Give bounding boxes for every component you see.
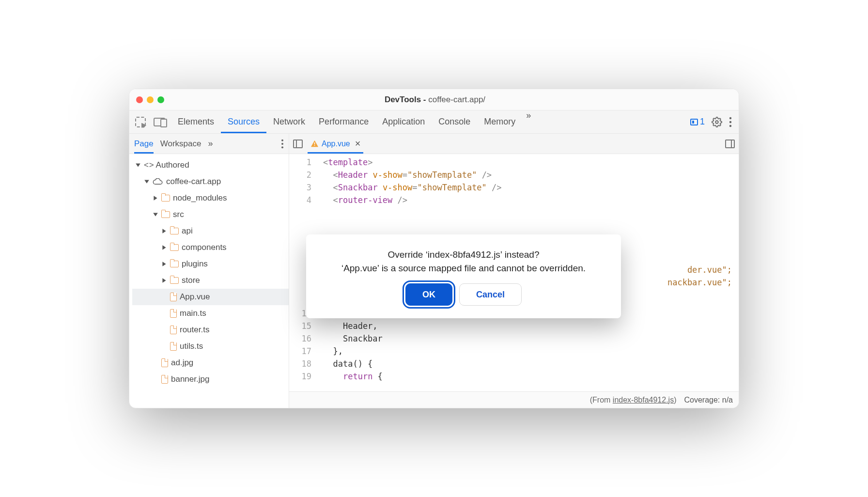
more-tabs-button[interactable]: » <box>522 110 535 133</box>
editor-tabbar: App.vue × <box>289 134 739 154</box>
svg-point-2 <box>729 121 731 123</box>
title-prefix: DevTools - <box>385 95 428 104</box>
expand-icon[interactable] <box>153 212 158 217</box>
sourcemap-origin-link[interactable]: index-8bfa4912.js <box>613 396 674 404</box>
svg-point-0 <box>715 121 718 124</box>
tree-folder[interactable]: node_modules <box>132 190 289 206</box>
tab-sources[interactable]: Sources <box>221 110 266 133</box>
panel-tabs: Elements Sources Network Performance App… <box>171 110 535 133</box>
code-fragment: nackbar.vue"; <box>667 276 732 289</box>
editor-tab-label: App.vue <box>322 140 350 148</box>
tab-console[interactable]: Console <box>432 110 477 133</box>
device-toolbar-icon[interactable] <box>154 118 165 126</box>
folder-icon <box>161 211 170 218</box>
tree-folder[interactable]: components <box>132 239 289 256</box>
inspect-element-icon[interactable] <box>135 117 146 127</box>
warning-icon <box>310 140 319 147</box>
tree-folder[interactable]: api <box>132 223 289 239</box>
close-tab-icon[interactable]: × <box>355 138 361 149</box>
dialog-message: Override ‘index-8bfa4912.js’ instead? ‘A… <box>321 248 606 275</box>
code-fragment: der.vue"; <box>687 264 732 276</box>
window-title: DevTools - coffee-cart.app/ <box>164 95 706 105</box>
devtools-window: DevTools - coffee-cart.app/ Elements Sou… <box>129 89 739 408</box>
svg-point-4 <box>281 139 283 141</box>
issues-icon <box>690 119 698 125</box>
tab-elements[interactable]: Elements <box>171 110 221 133</box>
main-toolbar: Elements Sources Network Performance App… <box>129 110 739 134</box>
minimize-window-button[interactable] <box>147 96 154 103</box>
tree-label: banner.jpg <box>171 374 209 384</box>
expand-icon[interactable] <box>135 162 141 168</box>
folder-icon <box>170 228 179 234</box>
expand-icon[interactable] <box>161 245 167 250</box>
navigator-pane: Page Workspace » < > Authored coffee-car… <box>129 134 289 408</box>
cancel-button[interactable]: Cancel <box>459 283 522 306</box>
folder-icon <box>161 195 170 202</box>
tree-group-authored[interactable]: < > Authored <box>132 157 289 173</box>
tree-label: ad.jpg <box>171 358 193 368</box>
expand-icon[interactable] <box>144 179 150 185</box>
folder-icon <box>170 261 179 267</box>
more-options-icon[interactable] <box>729 117 732 127</box>
close-window-button[interactable] <box>136 96 143 103</box>
tree-folder[interactable]: store <box>132 272 289 289</box>
file-icon <box>161 375 168 384</box>
issues-button[interactable]: 1 <box>690 117 705 127</box>
navigator-tabs: Page Workspace » <box>129 134 289 154</box>
folder-icon <box>170 277 179 284</box>
file-tree[interactable]: < > Authored coffee-cart.app node_module… <box>129 154 289 408</box>
tab-application[interactable]: Application <box>375 110 432 133</box>
tree-label: App.vue <box>180 292 210 302</box>
editor-statusbar: (From index-8bfa4912.js) Coverage: n/a <box>289 391 739 408</box>
tab-memory[interactable]: Memory <box>477 110 522 133</box>
file-icon <box>170 309 177 318</box>
expand-icon[interactable] <box>161 278 167 283</box>
sourcemap-origin[interactable]: (From index-8bfa4912.js) <box>590 396 677 404</box>
issues-count: 1 <box>700 117 705 127</box>
editor-tab-appvue[interactable]: App.vue × <box>308 134 363 154</box>
ok-button[interactable]: OK <box>405 283 452 306</box>
tree-label: router.ts <box>180 325 209 335</box>
svg-point-1 <box>729 117 731 119</box>
tree-file[interactable]: ad.jpg <box>132 355 289 371</box>
tree-file[interactable]: router.ts <box>132 322 289 338</box>
title-path: coffee-cart.app/ <box>428 95 485 104</box>
tree-file[interactable]: utils.ts <box>132 338 289 355</box>
coverage-status: Coverage: n/a <box>684 396 733 404</box>
svg-rect-7 <box>314 142 315 144</box>
window-controls <box>136 96 164 103</box>
folder-icon <box>170 244 179 251</box>
tree-label: coffee-cart.app <box>166 177 221 186</box>
navigator-more-tabs[interactable]: » <box>208 139 213 149</box>
settings-icon[interactable] <box>712 117 722 127</box>
tree-folder[interactable]: plugins <box>132 256 289 272</box>
tree-label: components <box>182 243 227 252</box>
tree-label: main.ts <box>180 309 206 318</box>
zoom-window-button[interactable] <box>157 96 164 103</box>
tree-domain[interactable]: coffee-cart.app <box>132 173 289 190</box>
tree-file-appvue[interactable]: App.vue <box>132 289 289 305</box>
svg-rect-8 <box>314 145 315 146</box>
show-navigator-icon[interactable] <box>293 140 303 148</box>
titlebar: DevTools - coffee-cart.app/ <box>129 89 739 110</box>
cloud-icon <box>153 178 163 185</box>
show-debugger-icon[interactable] <box>725 140 735 148</box>
expand-icon[interactable] <box>153 195 158 201</box>
tree-folder-src[interactable]: src <box>132 206 289 223</box>
override-confirm-dialog: Override ‘index-8bfa4912.js’ instead? ‘A… <box>306 234 621 318</box>
expand-icon[interactable] <box>161 261 167 267</box>
file-icon <box>161 358 168 367</box>
navigator-tab-workspace[interactable]: Workspace <box>160 134 202 154</box>
tab-network[interactable]: Network <box>266 110 312 133</box>
tree-file[interactable]: banner.jpg <box>132 371 289 388</box>
svg-point-6 <box>281 146 283 148</box>
tree-label: node_modules <box>173 193 227 203</box>
svg-point-3 <box>729 124 731 126</box>
navigator-options-icon[interactable] <box>281 139 284 149</box>
tree-file[interactable]: main.ts <box>132 305 289 322</box>
tree-label: utils.ts <box>180 342 203 351</box>
tab-performance[interactable]: Performance <box>312 110 375 133</box>
navigator-tab-page[interactable]: Page <box>134 134 154 154</box>
expand-icon[interactable] <box>161 228 167 234</box>
tree-label: api <box>182 226 193 236</box>
